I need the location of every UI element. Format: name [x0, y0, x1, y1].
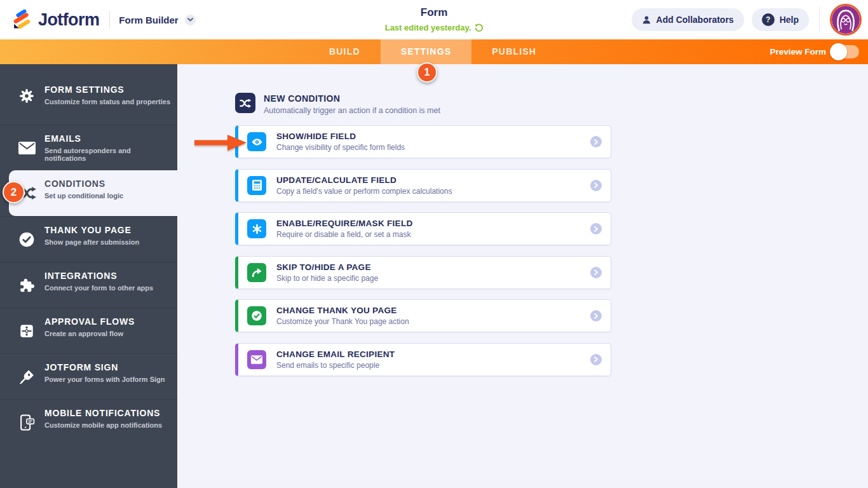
builder-nav-bar: BUILD SETTINGS PUBLISH Preview Form	[0, 39, 868, 64]
last-edited-status: Last edited yesterday.	[385, 23, 484, 32]
condition-card-show-hide-field[interactable]: SHOW/HIDE FIELD Change visibility of spe…	[235, 125, 611, 158]
add-collaborators-button[interactable]: Add Collaborators	[632, 8, 744, 31]
annotation-step-1-badge: 1	[417, 62, 437, 83]
asterisk-icon	[247, 219, 266, 238]
tab-build[interactable]: BUILD	[309, 39, 381, 64]
tab-publish[interactable]: PUBLISH	[471, 39, 557, 64]
preview-form-label: Preview Form	[770, 47, 826, 57]
card-title: ENABLE/REQUIRE/MASK FIELD	[276, 219, 413, 228]
card-desc: Skip to or hide a specific page	[276, 274, 378, 283]
check-badge-icon	[247, 306, 266, 325]
skip-arrow-icon	[247, 263, 266, 282]
eye-icon	[247, 132, 266, 151]
form-title: Form	[385, 6, 484, 19]
gear-icon	[17, 88, 37, 104]
condition-card-change-email-recipient[interactable]: CHANGE EMAIL RECIPIENT Send emails to sp…	[235, 343, 611, 376]
sidebar-item-desc: Power your forms with Jotform Sign	[44, 376, 171, 383]
card-desc: Require or disable a field, or set a mas…	[276, 230, 413, 239]
sidebar-item-label: THANK YOU PAGE	[44, 225, 171, 235]
sidebar-item-label: MOBILE NOTIFICATIONS	[44, 408, 171, 418]
person-icon	[642, 15, 651, 25]
sidebar-item-conditions[interactable]: 2 CONDITIONS Set up conditional logic	[9, 170, 177, 216]
new-condition-title: NEW CONDITION	[264, 93, 440, 104]
envelope-icon	[17, 142, 37, 154]
settings-sidebar: FORM SETTINGS Customize form status and …	[0, 64, 177, 488]
jotform-form-builder-settings-page: Jotform Form Builder Form Last edited ye…	[0, 0, 868, 488]
sidebar-item-desc: Show page after submission	[44, 238, 171, 246]
card-desc: Send emails to specific people	[276, 361, 395, 370]
jotform-logo-text[interactable]: Jotform	[38, 10, 99, 30]
sidebar-item-desc: Connect your form to other apps	[44, 284, 171, 292]
jotform-logo-icon[interactable]	[10, 9, 32, 30]
product-switcher-dropdown[interactable]	[185, 15, 196, 25]
sidebar-item-desc: Create an approval flow	[44, 330, 171, 337]
sidebar-item-label: FORM SETTINGS	[44, 85, 171, 95]
user-avatar[interactable]	[830, 4, 862, 36]
header-divider	[819, 7, 820, 32]
sidebar-item-thank-you-page[interactable]: THANK YOU PAGE Show page after submissio…	[0, 216, 177, 262]
card-title: SKIP TO/HIDE A PAGE	[276, 262, 378, 272]
condition-card-change-thank-you-page[interactable]: CHANGE THANK YOU PAGE Customize your Tha…	[235, 299, 611, 332]
annotation-arrow	[194, 134, 247, 151]
top-header: Jotform Form Builder Form Last edited ye…	[0, 0, 868, 39]
annotation-step-2-badge: 2	[3, 181, 25, 203]
new-condition-header: NEW CONDITION Automatically trigger an a…	[235, 93, 440, 115]
chevron-right-icon[interactable]	[590, 136, 602, 147]
calculator-icon	[247, 176, 266, 195]
sidebar-item-label: JOTFORM SIGN	[44, 362, 171, 372]
sidebar-item-desc: Customize mobile app notifications	[44, 421, 171, 429]
chevron-down-icon	[187, 18, 193, 22]
sidebar-item-desc: Send autoresponders and notifications	[44, 147, 171, 162]
check-circle-icon	[17, 231, 37, 248]
puzzle-icon	[17, 277, 37, 294]
sidebar-item-integrations[interactable]: INTEGRATIONS Connect your form to other …	[0, 262, 177, 308]
sidebar-item-mobile-notifications[interactable]: MOBILE NOTIFICATIONS Customize mobile ap…	[0, 399, 177, 445]
new-condition-desc: Automatically trigger an action if a con…	[264, 106, 440, 115]
sidebar-item-jotform-sign[interactable]: JOTFORM SIGN Power your forms with Jotfo…	[0, 353, 177, 399]
shuffle-icon	[235, 93, 255, 113]
sidebar-item-form-settings[interactable]: FORM SETTINGS Customize form status and …	[0, 64, 177, 125]
conditions-panel: NEW CONDITION Automatically trigger an a…	[177, 64, 868, 488]
condition-card-skip-to-hide-a-page[interactable]: SKIP TO/HIDE A PAGE Skip to or hide a sp…	[235, 256, 611, 289]
card-desc: Customize your Thank You page action	[276, 317, 409, 326]
sidebar-item-desc: Customize form status and properties	[44, 98, 171, 105]
sidebar-item-label: EMAILS	[44, 133, 171, 144]
last-edited-text: Last edited yesterday.	[385, 23, 471, 32]
help-label: Help	[780, 15, 799, 25]
add-collaborators-label: Add Collaborators	[656, 15, 734, 25]
chevron-right-icon[interactable]	[590, 267, 602, 278]
preview-form-toggle[interactable]	[831, 45, 859, 58]
condition-card-update-calculate-field[interactable]: UPDATE/CALCULATE FIELD Copy a field's va…	[235, 169, 611, 202]
mobile-notification-icon	[17, 414, 37, 431]
toggle-knob[interactable]	[830, 43, 847, 60]
sidebar-item-emails[interactable]: EMAILS Send autoresponders and notificat…	[0, 125, 177, 170]
chevron-right-icon[interactable]	[590, 354, 602, 365]
chevron-right-icon[interactable]	[590, 180, 602, 191]
card-title: SHOW/HIDE FIELD	[276, 132, 405, 141]
sidebar-item-desc: Set up conditional logic	[44, 192, 171, 200]
product-name-label[interactable]: Form Builder	[119, 15, 178, 25]
card-title: CHANGE THANK YOU PAGE	[276, 306, 409, 315]
approval-flow-icon	[17, 323, 37, 339]
envelope-card-icon	[247, 350, 266, 369]
condition-type-list: SHOW/HIDE FIELD Change visibility of spe…	[235, 125, 611, 376]
form-title-group: Form Last edited yesterday.	[385, 6, 484, 32]
revision-history-icon[interactable]	[474, 24, 483, 32]
card-desc: Change visibility of specific form field…	[276, 143, 405, 152]
sidebar-item-approval-flows[interactable]: APPROVAL FLOWS Create an approval flow	[0, 308, 177, 353]
chevron-right-icon[interactable]	[590, 310, 602, 322]
sidebar-item-label: INTEGRATIONS	[44, 271, 171, 281]
tab-settings[interactable]: SETTINGS	[381, 39, 472, 64]
question-mark-icon: ?	[762, 13, 775, 26]
card-title: UPDATE/CALCULATE FIELD	[276, 175, 452, 185]
condition-card-enable-require-mask-field[interactable]: ENABLE/REQUIRE/MASK FIELD Require or dis…	[235, 212, 611, 245]
help-button[interactable]: ? Help	[752, 8, 809, 31]
sidebar-item-label: APPROVAL FLOWS	[44, 316, 171, 327]
header-divider	[109, 11, 110, 29]
card-title: CHANGE EMAIL RECIPIENT	[276, 349, 395, 359]
pen-nib-icon	[17, 369, 37, 384]
sidebar-item-label: CONDITIONS	[44, 179, 171, 189]
card-desc: Copy a field's value or perform complex …	[276, 187, 452, 196]
chevron-right-icon[interactable]	[590, 223, 602, 234]
